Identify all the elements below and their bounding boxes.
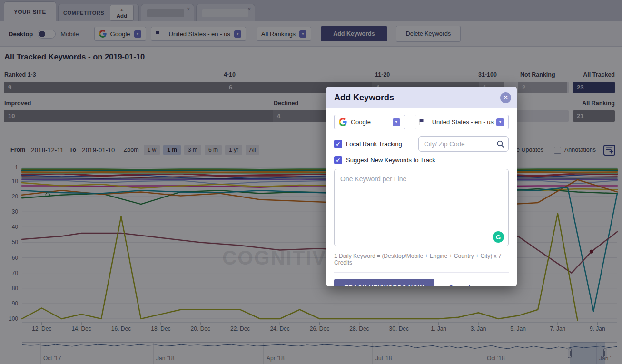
add-keywords-modal: Add Keywords ✕ Google ▾ United States - …	[326, 87, 517, 286]
modal-engine-select[interactable]: Google ▾	[334, 115, 405, 129]
chevron-down-icon: ▾	[496, 118, 504, 126]
suggest-keywords-checkbox[interactable]: ✓	[334, 156, 342, 164]
google-icon	[339, 118, 347, 126]
modal-overlay	[0, 0, 622, 364]
rank-tracker-app: YOUR SITE COMPETITORS + Add × × Desktop …	[0, 0, 622, 364]
chevron-down-icon: ▾	[393, 118, 400, 126]
modal-title: Add Keywords	[334, 93, 500, 103]
credits-note: 1 Daily Keyword = (Desktop/Mobile + Engi…	[334, 253, 509, 266]
suggest-keywords-label[interactable]: Suggest New Keywords to Track	[346, 157, 435, 164]
modal-footer: TRACK KEYWORDS NOW Cancel	[326, 273, 517, 286]
close-icon[interactable]: ✕	[500, 92, 511, 103]
modal-locale-select[interactable]: United States - en - us ▾	[415, 115, 509, 129]
cancel-link[interactable]: Cancel	[448, 284, 470, 287]
city-zip-input[interactable]	[418, 136, 509, 152]
modal-body: Google ▾ United States - en - us ▾ ✓ Loc…	[326, 108, 517, 273]
search-icon	[496, 140, 504, 150]
local-rank-label[interactable]: Local Rank Tracking	[346, 140, 402, 148]
track-keywords-button[interactable]: TRACK KEYWORDS NOW	[334, 279, 434, 286]
modal-locale-value: United States - en - us	[432, 118, 494, 126]
grammarly-icon: G	[493, 231, 504, 243]
modal-engine-value: Google	[351, 118, 389, 126]
modal-header: Add Keywords ✕	[326, 87, 517, 108]
us-flag-icon	[419, 119, 429, 125]
keywords-textarea[interactable]	[334, 169, 509, 246]
local-rank-checkbox[interactable]: ✓	[334, 140, 342, 148]
